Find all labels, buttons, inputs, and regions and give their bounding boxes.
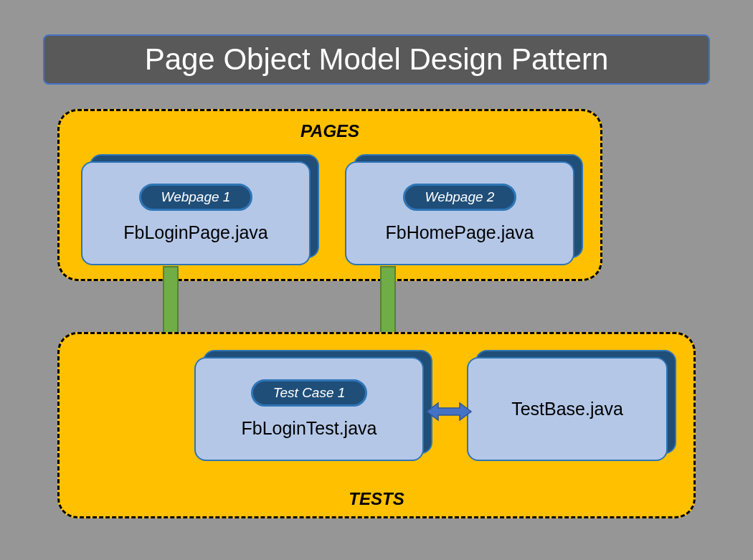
pill-label-testcase1: Test Case 1 [273, 385, 346, 400]
diagram-title: Page Object Model Design Pattern [145, 42, 609, 77]
svg-rect-2 [381, 267, 395, 338]
page-card-webpage1: Webpage 1 FbLoginPage.java [81, 161, 311, 265]
svg-rect-0 [164, 267, 178, 338]
tests-container: TESTS Test Case 1 FbLoginTest.java TestB… [57, 332, 696, 518]
test-card-testcase1: Test Case 1 FbLoginTest.java [194, 357, 424, 461]
file-name-test1: FbLoginTest.java [241, 418, 376, 439]
page-card-webpage2: Webpage 2 FbHomePage.java [345, 161, 574, 265]
tests-label: TESTS [349, 489, 404, 509]
arrow-bidirectional-test-testbase [427, 402, 471, 421]
pill-webpage1: Webpage 1 [139, 184, 253, 211]
test-card-testbase: TestBase.java [467, 357, 668, 461]
pages-container: PAGES Webpage 1 FbLoginPage.java Webpage… [57, 109, 602, 281]
pages-label: PAGES [300, 121, 359, 141]
file-name-page1: FbLoginPage.java [123, 222, 268, 243]
pill-label-webpage1: Webpage 1 [161, 189, 231, 204]
pill-testcase1: Test Case 1 [251, 379, 368, 407]
file-name-page2: FbHomePage.java [385, 222, 534, 243]
pill-webpage2: Webpage 2 [403, 184, 517, 211]
title-bar: Page Object Model Design Pattern [43, 34, 710, 85]
pill-label-webpage2: Webpage 2 [425, 189, 495, 204]
svg-marker-4 [427, 403, 471, 420]
file-name-testbase: TestBase.java [511, 399, 623, 419]
